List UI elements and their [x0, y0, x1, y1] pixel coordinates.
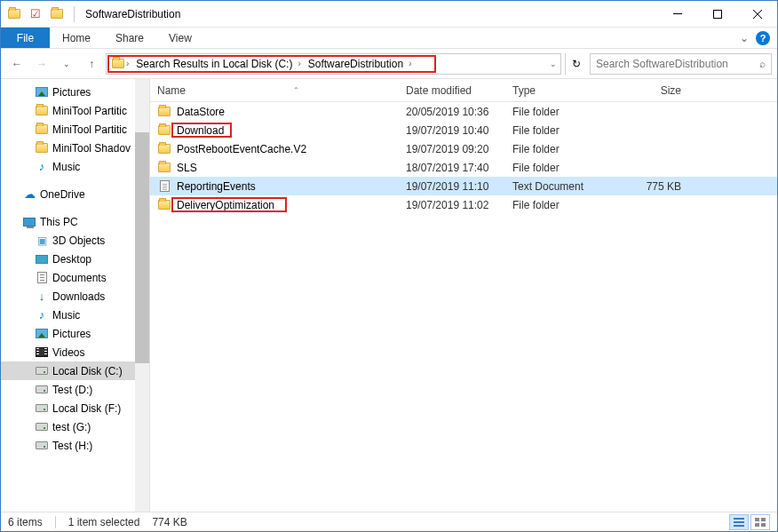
view-icons-button[interactable]: [750, 514, 770, 530]
refresh-button[interactable]: ↻: [565, 53, 586, 75]
qat-folder-icon[interactable]: [4, 4, 24, 24]
svg-rect-4: [734, 525, 744, 527]
sort-indicator-icon: ⌃: [293, 86, 299, 94]
help-icon[interactable]: ?: [756, 31, 770, 45]
svg-rect-1: [713, 10, 721, 18]
file-name: SLS: [177, 162, 406, 174]
svg-rect-5: [755, 518, 759, 521]
tree-local-disk-c[interactable]: Local Disk (C:): [1, 361, 149, 380]
svg-rect-3: [734, 521, 744, 523]
list-header[interactable]: Name⌃ Date modified Type Size: [150, 79, 777, 102]
folder-icon: [157, 105, 171, 119]
minimize-button[interactable]: [657, 1, 697, 28]
ribbon-expand-icon[interactable]: ⌄: [740, 32, 749, 44]
file-date: 18/07/2019 17:40: [406, 162, 512, 174]
tree-videos[interactable]: Videos: [1, 343, 149, 361]
svg-rect-2: [734, 518, 744, 520]
status-selection: 1 item selected: [68, 516, 140, 528]
tree-music-2[interactable]: ♪Music: [1, 306, 149, 324]
window-title: SoftwareDistribution: [85, 8, 180, 20]
tree-test-d[interactable]: Test (D:): [1, 380, 149, 399]
breadcrumb-1[interactable]: Search Results in Local Disk (C:)›: [132, 58, 304, 70]
file-name: DataStore: [177, 106, 406, 118]
file-row[interactable]: PostRebootEventCache.V219/07/2019 09:20F…: [150, 139, 777, 158]
navbar: ← → ⌄ ↑ › Search Results in Local Disk (…: [1, 49, 777, 79]
tree-pictures[interactable]: Pictures: [1, 83, 149, 101]
tree-this-pc[interactable]: This PC: [1, 212, 149, 231]
svg-rect-0: [673, 13, 682, 14]
folder-icon: [157, 142, 171, 156]
ribbon-view-tab[interactable]: View: [156, 28, 204, 48]
nav-tree[interactable]: Pictures MiniTool Partitic MiniTool Part…: [1, 79, 150, 513]
tree-documents[interactable]: Documents: [1, 268, 149, 287]
file-row[interactable]: DeliveryOptimization19/07/2019 11:02File…: [150, 195, 777, 214]
file-list: Name⌃ Date modified Type Size DataStore2…: [150, 79, 777, 513]
ribbon-share-tab[interactable]: Share: [103, 28, 156, 48]
file-size: 775 KB: [619, 180, 690, 193]
nav-forward-button[interactable]: →: [31, 53, 52, 75]
file-row[interactable]: Download19/07/2019 10:40File folder: [150, 121, 777, 139]
file-type: File folder: [512, 199, 619, 211]
view-details-button[interactable]: [729, 514, 749, 530]
tree-music[interactable]: ♪Music: [1, 157, 149, 176]
svg-rect-6: [761, 518, 766, 521]
tree-onedrive[interactable]: ☁OneDrive: [1, 185, 149, 203]
ribbon-file-tab[interactable]: File: [1, 28, 50, 48]
tree-test-h[interactable]: Test (H:): [1, 436, 149, 455]
file-row[interactable]: ReportingEvents19/07/2019 11:10Text Docu…: [150, 177, 777, 195]
file-date: 20/05/2019 10:36: [406, 106, 512, 118]
titlebar: ☑ SoftwareDistribution: [1, 1, 777, 28]
status-size: 774 KB: [152, 516, 187, 528]
address-dropdown-icon[interactable]: ⌄: [550, 60, 557, 68]
address-bar[interactable]: › Search Results in Local Disk (C:)› Sof…: [106, 53, 561, 75]
ribbon: File Home Share View ⌄ ?: [1, 28, 777, 49]
tree-3d-objects[interactable]: ▣3D Objects: [1, 231, 149, 250]
file-row[interactable]: SLS18/07/2019 17:40File folder: [150, 158, 777, 177]
file-name: Download: [177, 124, 406, 137]
nav-up-button[interactable]: ↑: [81, 53, 102, 75]
file-type: File folder: [512, 106, 619, 118]
nav-recent-dropdown[interactable]: ⌄: [56, 53, 77, 75]
file-type: File folder: [512, 124, 619, 137]
maximize-button[interactable]: [697, 1, 737, 28]
qat-properties-icon[interactable]: ☑: [26, 4, 45, 24]
file-date: 19/07/2019 11:10: [406, 180, 512, 193]
file-type: File folder: [512, 162, 619, 174]
text-file-icon: [157, 179, 171, 194]
search-icon: ⌕: [759, 58, 766, 70]
breadcrumb-2[interactable]: SoftwareDistribution›: [305, 58, 416, 70]
file-row[interactable]: DataStore20/05/2019 10:36File folder: [150, 102, 777, 121]
folder-icon: [157, 198, 171, 212]
file-name: PostRebootEventCache.V2: [177, 143, 406, 155]
status-bar: 6 items 1 item selected 774 KB: [1, 512, 777, 531]
tree-desktop[interactable]: Desktop: [1, 250, 149, 268]
file-name: ReportingEvents: [177, 180, 406, 193]
ribbon-home-tab[interactable]: Home: [50, 28, 103, 48]
tree-minitool-3[interactable]: MiniTool Shadov: [1, 139, 149, 157]
folder-icon: [157, 161, 171, 175]
file-type: File folder: [512, 143, 619, 155]
folder-icon: [112, 59, 124, 68]
search-input[interactable]: Search SoftwareDistribution ⌕: [590, 53, 772, 75]
file-date: 19/07/2019 09:20: [406, 143, 512, 155]
tree-local-disk-f[interactable]: Local Disk (F:): [1, 399, 149, 417]
tree-pictures-2[interactable]: Pictures: [1, 324, 149, 343]
folder-icon: [157, 123, 171, 138]
close-button[interactable]: [737, 1, 777, 28]
tree-minitool-2[interactable]: MiniTool Partitic: [1, 120, 149, 139]
file-type: Text Document: [512, 180, 619, 193]
tree-scrollbar-thumb[interactable]: [135, 132, 149, 363]
svg-rect-8: [761, 523, 766, 527]
file-date: 19/07/2019 10:40: [406, 124, 512, 137]
tree-minitool-1[interactable]: MiniTool Partitic: [1, 101, 149, 120]
status-count: 6 items: [8, 516, 43, 528]
tree-test-g[interactable]: test (G:): [1, 417, 149, 436]
nav-back-button[interactable]: ←: [6, 53, 28, 75]
qat-newfolder-icon[interactable]: [47, 4, 67, 24]
svg-rect-7: [755, 523, 759, 527]
file-name: DeliveryOptimization: [177, 199, 406, 211]
tree-downloads[interactable]: ↓Downloads: [1, 287, 149, 306]
file-date: 19/07/2019 11:02: [406, 199, 512, 211]
